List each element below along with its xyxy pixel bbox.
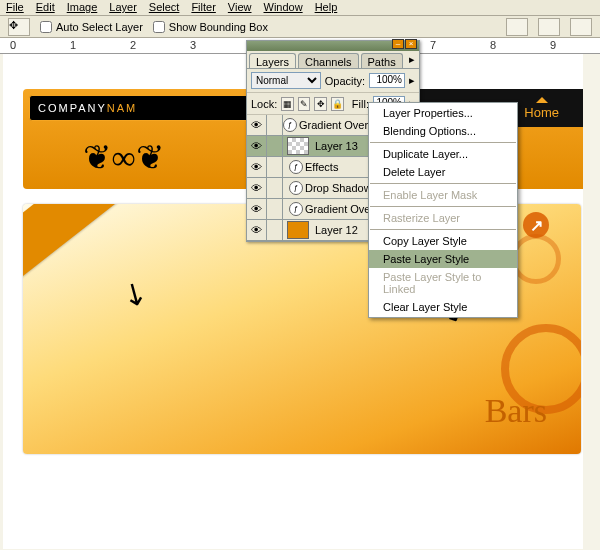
ctx-duplicate-layer[interactable]: Duplicate Layer... <box>369 145 517 163</box>
align-button[interactable] <box>538 18 560 36</box>
menu-file[interactable]: File <box>6 1 24 14</box>
ctx-paste-layer-style-linked: Paste Layer Style to Linked <box>369 268 517 298</box>
company-logo: COMPANY NAM <box>29 95 249 121</box>
layer-thumbnail[interactable] <box>287 221 309 239</box>
visibility-toggle-icon[interactable]: 👁 <box>247 178 267 198</box>
options-bar: ✥ Auto Select Layer Show Bounding Box <box>0 16 600 38</box>
move-tool-icon[interactable]: ✥ <box>8 18 30 36</box>
menu-edit[interactable]: Edit <box>36 1 55 14</box>
flourish-ornament: ❦ ∞ ❦ <box>83 137 160 177</box>
panel-header[interactable]: – × <box>247 41 419 51</box>
panel-menu-icon[interactable]: ▸ <box>405 51 419 68</box>
ctx-separator <box>370 229 516 230</box>
ctx-enable-layer-mask: Enable Layer Mask <box>369 186 517 204</box>
speaker-circle-icon <box>511 234 561 284</box>
ctx-rasterize-layer: Rasterize Layer <box>369 209 517 227</box>
opacity-input[interactable]: 100% <box>369 73 405 88</box>
fx-icon: ƒ <box>289 181 303 195</box>
ctx-clear-layer-style[interactable]: Clear Layer Style <box>369 298 517 316</box>
fx-icon: ƒ <box>289 160 303 174</box>
ctx-delete-layer[interactable]: Delete Layer <box>369 163 517 181</box>
menu-select[interactable]: Select <box>149 1 180 14</box>
lock-position-icon[interactable]: ✥ <box>314 97 327 111</box>
align-button[interactable] <box>506 18 528 36</box>
panel-tabs: Layers Channels Paths ▸ <box>247 51 419 69</box>
ctx-separator <box>370 206 516 207</box>
ctx-copy-layer-style[interactable]: Copy Layer Style <box>369 232 517 250</box>
lock-transparency-icon[interactable]: ▦ <box>281 97 294 111</box>
lock-label: Lock: <box>251 98 277 110</box>
ctx-blending-options[interactable]: Blending Options... <box>369 122 517 140</box>
opacity-label: Opacity: <box>325 75 365 87</box>
menu-help[interactable]: Help <box>315 1 338 14</box>
lock-pixels-icon[interactable]: ✎ <box>298 97 311 111</box>
menu-bar: File Edit Image Layer Select Filter View… <box>0 0 600 16</box>
menu-layer[interactable]: Layer <box>109 1 137 14</box>
fx-icon: ƒ <box>283 118 297 132</box>
auto-select-checkbox[interactable]: Auto Select Layer <box>40 21 143 33</box>
visibility-toggle-icon[interactable]: 👁 <box>247 220 267 240</box>
opacity-flyout-icon[interactable]: ▸ <box>409 74 415 87</box>
menu-window[interactable]: Window <box>264 1 303 14</box>
tab-layers[interactable]: Layers <box>249 53 296 68</box>
fill-label: Fill: <box>352 98 369 110</box>
ctx-layer-properties[interactable]: Layer Properties... <box>369 104 517 122</box>
tab-paths[interactable]: Paths <box>361 53 403 68</box>
link-cell[interactable] <box>267 115 283 135</box>
visibility-toggle-icon[interactable]: 👁 <box>247 199 267 219</box>
tab-channels[interactable]: Channels <box>298 53 358 68</box>
blend-opacity-row: Normal Opacity: 100%▸ <box>247 69 419 93</box>
lock-all-icon[interactable]: 🔒 <box>331 97 344 111</box>
layer-thumbnail[interactable] <box>287 137 309 155</box>
layer-context-menu: Layer Properties... Blending Options... … <box>368 102 518 318</box>
blend-mode-select[interactable]: Normal <box>251 72 321 89</box>
link-cell[interactable] <box>267 136 283 156</box>
visibility-toggle-icon[interactable]: 👁 <box>247 136 267 156</box>
ctx-paste-layer-style[interactable]: Paste Layer Style <box>369 250 517 268</box>
visibility-toggle-icon[interactable]: 👁 <box>247 157 267 177</box>
close-button[interactable]: × <box>405 39 417 49</box>
minimize-button[interactable]: – <box>392 39 404 49</box>
corner-ribbon <box>23 204 150 281</box>
align-button[interactable] <box>570 18 592 36</box>
ctx-separator <box>370 142 516 143</box>
menu-view[interactable]: View <box>228 1 252 14</box>
menu-filter[interactable]: Filter <box>191 1 215 14</box>
menu-image[interactable]: Image <box>67 1 98 14</box>
bounding-box-checkbox[interactable]: Show Bounding Box <box>153 21 268 33</box>
fx-icon: ƒ <box>289 202 303 216</box>
ctx-separator <box>370 183 516 184</box>
nav-home-link: Home <box>524 105 559 120</box>
banner-headline: Bars <box>485 392 547 430</box>
visibility-toggle-icon[interactable]: 👁 <box>247 115 267 135</box>
